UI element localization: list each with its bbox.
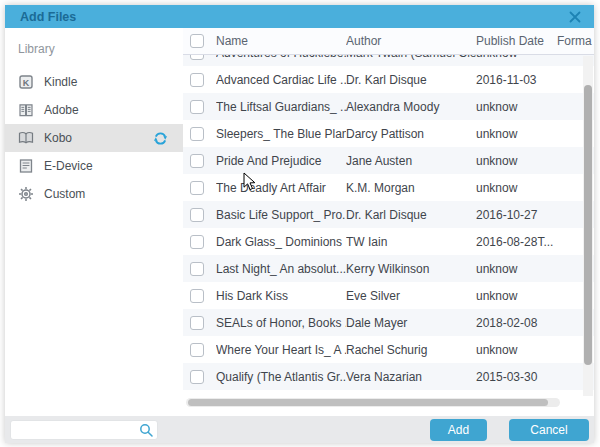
cell-author: Darcy Pattison: [346, 127, 476, 141]
cell-author: Alexandra Moody: [346, 100, 476, 114]
cell-publish-date: unknow: [476, 55, 557, 60]
search-input[interactable]: [10, 420, 158, 440]
table-row[interactable]: Basic Life Support_ Pro...Dr. Karl Disqu…: [183, 201, 594, 228]
cell-name: His Dark Kiss: [216, 289, 346, 303]
column-header-publish-date[interactable]: Publish Date: [476, 34, 557, 48]
table-row[interactable]: Dark Glass_ Dominions ITW Iain2016-08-28…: [183, 228, 594, 255]
row-checkbox[interactable]: [190, 262, 204, 276]
table-row[interactable]: Pride And PrejudiceJane Austenunknow: [183, 147, 594, 174]
row-checkbox[interactable]: [190, 289, 204, 303]
sidebar-item-label: Kobo: [44, 131, 72, 145]
sidebar-item-adobe[interactable]: Adobe: [5, 96, 183, 124]
custom-icon: [18, 186, 34, 202]
cell-name: Qualify (The Atlantis Gr...: [216, 370, 346, 384]
sidebar-items: KKindleAdobeKoboE-DeviceCustom: [5, 68, 183, 208]
svg-text:K: K: [23, 78, 30, 88]
sidebar-item-label: Adobe: [44, 103, 79, 117]
cell-name: Last Night_ An absolut...: [216, 262, 346, 276]
cell-author: TW Iain: [346, 235, 476, 249]
cell-author: Dale Mayer: [346, 316, 476, 330]
row-checkbox[interactable]: [190, 127, 204, 141]
sidebar-item-kobo[interactable]: Kobo: [5, 124, 183, 152]
table-row[interactable]: The Deadly Art AffairK.M. Morganunknow: [183, 174, 594, 201]
footer-bar: Add Cancel: [5, 416, 594, 443]
adobe-icon: [18, 102, 34, 118]
cell-author: Jane Austen: [346, 154, 476, 168]
cell-author: Dr. Karl Disque: [346, 208, 476, 222]
sidebar-item-e-device[interactable]: E-Device: [5, 152, 183, 180]
cell-author: Kerry Wilkinson: [346, 262, 476, 276]
search-icon: [139, 423, 153, 437]
row-checkbox[interactable]: [190, 55, 204, 60]
column-header-name[interactable]: Name: [216, 34, 346, 48]
e-device-icon: [18, 158, 34, 174]
row-checkbox[interactable]: [190, 73, 204, 87]
cell-name: The Liftsal Guardians_ ...: [216, 100, 346, 114]
file-table: Name Author Publish Date Forma Adventure…: [183, 28, 594, 416]
select-all-checkbox[interactable]: [190, 34, 204, 48]
row-checkbox[interactable]: [190, 235, 204, 249]
row-checkbox[interactable]: [190, 100, 204, 114]
table-row[interactable]: Sleepers_ The Blue Plan...Darcy Pattison…: [183, 120, 594, 147]
add-files-dialog: Add Files Library KKindleAdobeKoboE-Devi…: [5, 5, 594, 443]
cell-name: Adventures of Hucklebe...: [216, 55, 346, 60]
cell-author: Mark Twain (Samuel Cle...: [346, 55, 476, 60]
refresh-icon[interactable]: [153, 131, 168, 146]
row-checkbox[interactable]: [190, 370, 204, 384]
column-header-author[interactable]: Author: [346, 34, 476, 48]
cell-name: Advanced Cardiac Life ...: [216, 73, 346, 87]
table-row[interactable]: The Liftsal Guardians_ ...Alexandra Mood…: [183, 93, 594, 120]
table-row[interactable]: Qualify (The Atlantis Gr...Vera Nazarian…: [183, 363, 594, 390]
cell-author: Rachel Schurig: [346, 343, 476, 357]
row-checkbox[interactable]: [190, 154, 204, 168]
cell-publish-date: 2015-03-30: [476, 370, 557, 384]
cell-publish-date: unknow: [476, 154, 557, 168]
column-header-format[interactable]: Forma: [557, 34, 594, 48]
cell-name: Pride And Prejudice: [216, 154, 346, 168]
table-header: Name Author Publish Date Forma: [183, 28, 594, 55]
search-box: [10, 420, 158, 440]
vertical-scrollbar-thumb[interactable]: [584, 85, 592, 365]
cell-publish-date: 2016-08-28T...: [476, 235, 557, 249]
cell-author: Eve Silver: [346, 289, 476, 303]
table-row[interactable]: Where Your Heart Is_ A ...Rachel Schurig…: [183, 336, 594, 363]
sidebar-item-label: Kindle: [44, 75, 77, 89]
titlebar: Add Files: [5, 5, 594, 28]
vertical-scrollbar[interactable]: [583, 56, 593, 396]
cell-publish-date: unknow: [476, 289, 557, 303]
sidebar-item-kindle[interactable]: KKindle: [5, 68, 183, 96]
cell-author: Dr. Karl Disque: [346, 73, 476, 87]
cancel-button[interactable]: Cancel: [509, 419, 589, 441]
close-icon[interactable]: [568, 10, 582, 24]
row-checkbox[interactable]: [190, 316, 204, 330]
cell-publish-date: unknow: [476, 343, 557, 357]
table-row[interactable]: Adventures of Hucklebe...Mark Twain (Sam…: [183, 55, 594, 66]
add-button[interactable]: Add: [430, 419, 487, 441]
cell-name: Dark Glass_ Dominions I: [216, 235, 346, 249]
cell-name: Basic Life Support_ Pro...: [216, 208, 346, 222]
row-checkbox[interactable]: [190, 343, 204, 357]
sidebar-item-label: Custom: [44, 187, 85, 201]
kindle-icon: K: [18, 74, 34, 90]
sidebar: Library KKindleAdobeKoboE-DeviceCustom: [5, 28, 183, 416]
horizontal-scrollbar[interactable]: [186, 398, 560, 407]
cell-name: SEALs of Honor, Books ...: [216, 316, 346, 330]
table-body: Adventures of Hucklebe...Mark Twain (Sam…: [183, 55, 594, 390]
table-row[interactable]: Last Night_ An absolut...Kerry Wilkinson…: [183, 255, 594, 282]
cell-name: Sleepers_ The Blue Plan...: [216, 127, 346, 141]
table-row[interactable]: Advanced Cardiac Life ...Dr. Karl Disque…: [183, 66, 594, 93]
table-row[interactable]: His Dark KissEve Silverunknow: [183, 282, 594, 309]
sidebar-heading: Library: [18, 42, 183, 56]
row-checkbox[interactable]: [190, 181, 204, 195]
kobo-icon: [18, 130, 34, 146]
table-row[interactable]: SEALs of Honor, Books ...Dale Mayer2018-…: [183, 309, 594, 336]
cell-publish-date: unknow: [476, 181, 557, 195]
cell-publish-date: 2016-11-03: [476, 73, 557, 87]
cell-publish-date: 2016-10-27: [476, 208, 557, 222]
cell-publish-date: 2018-02-08: [476, 316, 557, 330]
horizontal-scrollbar-thumb[interactable]: [188, 399, 548, 406]
dialog-body: Library KKindleAdobeKoboE-DeviceCustom N…: [5, 28, 594, 416]
cell-name: The Deadly Art Affair: [216, 181, 346, 195]
row-checkbox[interactable]: [190, 208, 204, 222]
sidebar-item-custom[interactable]: Custom: [5, 180, 183, 208]
